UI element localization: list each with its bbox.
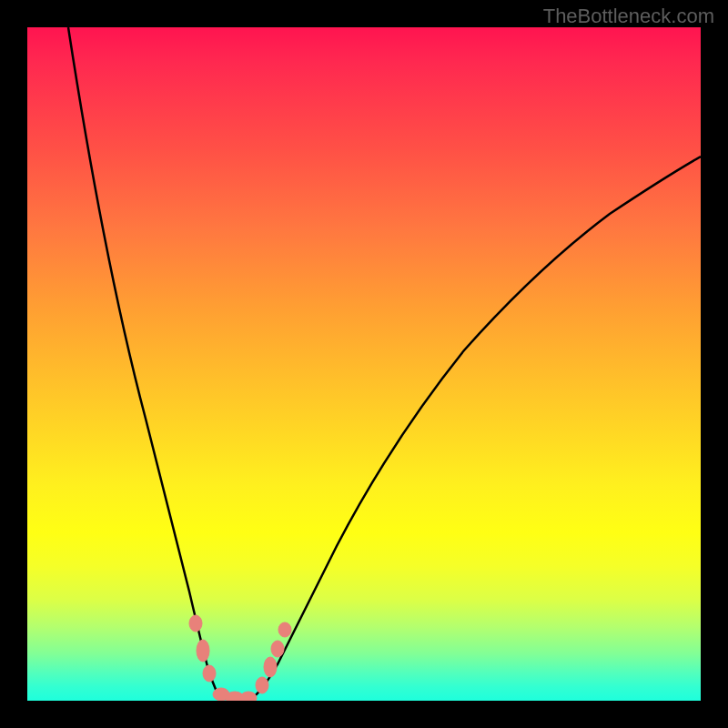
marker-point bbox=[197, 640, 209, 662]
marker-group bbox=[189, 615, 291, 701]
left-curve-path bbox=[68, 27, 218, 696]
marker-point bbox=[256, 677, 268, 693]
marker-point bbox=[278, 622, 291, 637]
watermark-text: TheBottleneck.com bbox=[543, 5, 714, 28]
marker-point bbox=[271, 641, 284, 657]
marker-point bbox=[264, 657, 277, 677]
right-curve-path bbox=[250, 157, 701, 700]
marker-point bbox=[189, 615, 202, 632]
chart-curves bbox=[27, 27, 701, 701]
marker-point bbox=[203, 665, 216, 682]
marker-point bbox=[240, 692, 257, 701]
